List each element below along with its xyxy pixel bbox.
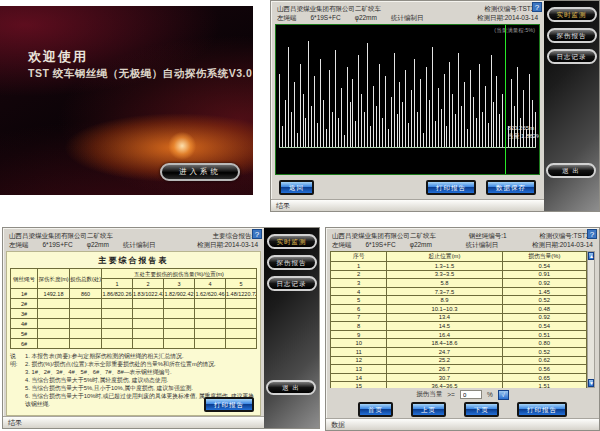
flaw-cell: 0.92 [502, 313, 587, 322]
waveform-spike [458, 53, 459, 147]
report-cell [101, 319, 132, 329]
flaw-row[interactable]: 58.90.52 [331, 296, 587, 305]
waveform-spike [347, 67, 348, 147]
waveform-spike [338, 118, 339, 148]
filter-unit: % [487, 391, 493, 398]
flaw-row[interactable]: 1326.70.56 [331, 365, 587, 374]
flaw-row[interactable]: 1430.70.65 [331, 373, 587, 382]
flaw-row[interactable]: 47.3~7.51.45 [331, 287, 587, 296]
report-cell [163, 309, 194, 319]
waveform-spike [426, 67, 427, 147]
monitor-sidebar: 实时监测 探伤报告 日志记录 退 出 [544, 1, 599, 211]
flaw-row[interactable]: 23.3~3.50.91 [331, 270, 587, 279]
waveform-spike [479, 64, 480, 147]
flaw-cell: 0.91 [502, 270, 587, 279]
inspection-date: 检测日期:2014-03-14 [197, 240, 258, 249]
col-index: 序号 [331, 252, 387, 262]
exit-button[interactable]: 退 出 [266, 380, 316, 395]
waveform-spike [323, 100, 324, 147]
print-report-button[interactable]: 打印报告 [517, 402, 567, 417]
chart-cursor[interactable] [505, 25, 506, 174]
report-cell: 5# [11, 329, 38, 339]
apply-filter-button[interactable]: √ [498, 390, 509, 400]
first-page-button[interactable]: 首页 [358, 402, 393, 417]
waveform-spike [329, 70, 330, 147]
waveform-spike [332, 112, 333, 147]
back-button[interactable]: 返回 [279, 180, 314, 195]
help-icon[interactable]: ? [252, 229, 262, 239]
prev-page-button[interactable]: 上页 [411, 402, 446, 417]
monitor-window: ? 山西吕梁煤业集团有限公司二矿绞车 检测仪编号:TST31 左绳端 6*19S… [270, 0, 600, 212]
report-cell [225, 309, 256, 319]
waveform-spike [288, 47, 289, 147]
flaw-cell: 0.65 [502, 373, 587, 382]
save-data-button[interactable]: 数据保存 [486, 180, 536, 195]
exit-button[interactable]: 退 出 [546, 163, 596, 178]
rope-spec: 6*19S+FC [311, 13, 341, 22]
print-report-button[interactable]: 打印报告 [204, 397, 254, 412]
sidebar-item-flaw-report[interactable]: 探伤报告 [267, 255, 317, 270]
waveform-spike [429, 100, 430, 147]
report-cell: 1492.18 [38, 289, 70, 299]
inspection-date: 检测日期:2014-03-14 [477, 13, 538, 22]
report-table: 钢丝绳号 探伤长度(m) 损伤总数(处) 五处主要损伤的损伤当量(%)/位置(m… [10, 268, 257, 349]
notes-label: 说明: [10, 352, 22, 408]
sidebar-item-flaw-report[interactable]: 探伤报告 [547, 28, 597, 43]
report-cell: 3# [11, 309, 38, 319]
flaw-row[interactable]: 916.40.51 [331, 330, 587, 339]
flaw-row[interactable]: 1124.70.52 [331, 347, 587, 356]
waveform-spike [397, 114, 398, 147]
waveform-spike [485, 86, 486, 147]
flaw-cell: 24.7 [387, 347, 502, 356]
waveform-spike [441, 109, 442, 147]
flaw-cell: 3 [331, 279, 387, 288]
flaw-cell: 3.3~3.5 [387, 270, 502, 279]
report-window: ? 山西吕梁煤业集团有限公司二矿绞车 主要综合报告表 左绳端 6*19S+FC … [2, 227, 320, 429]
waveform-spike [308, 41, 309, 147]
flaw-row[interactable]: 1018.4~18.60.80 [331, 339, 587, 348]
report-cell [225, 299, 256, 309]
flaw-row[interactable]: 35.80.92 [331, 279, 587, 288]
flaw-row[interactable]: 1225.20.62 [331, 356, 587, 365]
waveform-spike [435, 121, 436, 147]
flaw-row[interactable]: 11.3~1.50.54 [331, 262, 587, 271]
report-cell [163, 299, 194, 309]
sidebar-item-log[interactable]: 日志记录 [547, 49, 597, 64]
report-cell [70, 319, 102, 329]
table-scrollbar[interactable]: ▲ ▼ [587, 251, 595, 388]
flaw-cell: 0.52 [502, 347, 587, 356]
flaw-row[interactable]: 814.50.54 [331, 322, 587, 331]
sidebar-item-log[interactable]: 日志记录 [267, 276, 317, 291]
flaw-table: 序号 起止位置(m) 损伤当量(%) 11.3~1.50.5423.3~3.50… [330, 251, 587, 388]
flaw-cell: 14.5 [387, 322, 502, 331]
help-icon[interactable]: ? [532, 2, 542, 12]
company-name: 山西吕梁煤业集团有限公司二矿绞车 [332, 231, 436, 240]
report-cell [70, 339, 102, 349]
scroll-down-icon[interactable]: ▼ [588, 379, 594, 387]
enter-system-button[interactable]: 进入系统 [160, 163, 240, 181]
report-cell [194, 309, 225, 319]
data-window: ? 山西吕梁煤业集团有限公司二矿绞车 钢丝绳编号:1 检测仪编号:TST31 左… [325, 227, 600, 431]
rope-end-label: 左绳端 [9, 240, 29, 249]
report-cell [132, 319, 163, 329]
waveform-spike [473, 97, 474, 147]
cursor-value: 当量 1.862% [507, 132, 540, 140]
scroll-up-icon[interactable]: ▲ [588, 252, 594, 260]
report-cell [70, 329, 102, 339]
print-report-button[interactable]: 打印报告 [426, 180, 476, 195]
flaw-cell: 0.62 [502, 356, 587, 365]
report-cell: 1.48/1220.72 [225, 289, 256, 299]
waveform-spike [350, 102, 351, 147]
flaw-row[interactable]: 713.40.92 [331, 313, 587, 322]
sidebar-item-realtime-monitor[interactable]: 实时监测 [547, 7, 597, 22]
sidebar-item-realtime-monitor[interactable]: 实时监测 [267, 234, 317, 249]
filter-operator: >= [447, 391, 455, 398]
report-row: 4# [11, 319, 257, 329]
help-icon[interactable]: ? [587, 229, 597, 239]
waveform-spike [388, 129, 389, 147]
flaw-cell: 1.3~1.5 [387, 262, 502, 271]
report-cell [225, 319, 256, 329]
filter-value-input[interactable] [460, 390, 482, 399]
next-page-button[interactable]: 下页 [464, 402, 499, 417]
flaw-row[interactable]: 610.1~10.30.48 [331, 304, 587, 313]
